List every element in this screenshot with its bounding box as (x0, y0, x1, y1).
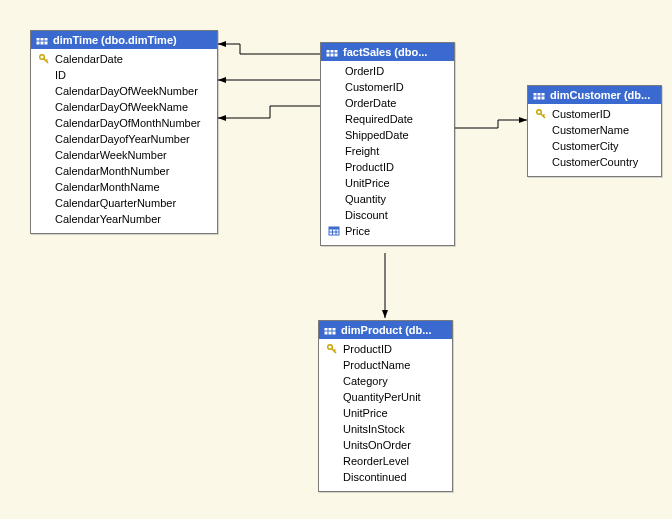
column-name: ID (55, 67, 211, 83)
column-row[interactable]: Price (327, 223, 448, 239)
column-row[interactable]: ReorderLevel (325, 453, 446, 469)
table-body-factsales: OrderIDCustomerIDOrderDateRequiredDateSh… (321, 61, 454, 245)
column-row[interactable]: UnitsInStock (325, 421, 446, 437)
table-body-dimproduct: ProductIDProductNameCategoryQuantityPerU… (319, 339, 452, 491)
blank-icon (325, 406, 339, 420)
column-name: CalendarDayOfWeekNumber (55, 83, 211, 99)
column-row[interactable]: CustomerCountry (534, 154, 655, 170)
column-row[interactable]: ProductID (325, 341, 446, 357)
column-name: CalendarDayOfWeekName (55, 99, 211, 115)
blank-icon (327, 192, 341, 206)
column-row[interactable]: CustomerID (534, 106, 655, 122)
blank-icon (325, 422, 339, 436)
svg-rect-9 (326, 47, 338, 50)
column-name: UnitsOnOrder (343, 437, 446, 453)
blank-icon (327, 160, 341, 174)
table-dimproduct[interactable]: dimProduct (db... ProductIDProductNameCa… (318, 320, 453, 492)
blank-icon (37, 164, 51, 178)
table-header-factsales[interactable]: factSales (dbo... (321, 43, 454, 61)
column-name: CustomerCity (552, 138, 655, 154)
column-name: Freight (345, 143, 448, 159)
blank-icon (325, 438, 339, 452)
svg-line-33 (334, 350, 336, 352)
column-row[interactable]: Category (325, 373, 446, 389)
table-body-dimcustomer: CustomerIDCustomerNameCustomerCityCustom… (528, 104, 661, 176)
table-header-dimproduct[interactable]: dimProduct (db... (319, 321, 452, 339)
svg-rect-19 (533, 90, 545, 93)
table-icon (325, 45, 339, 59)
column-row[interactable]: Discontinued (325, 469, 446, 485)
column-name: CustomerCountry (552, 154, 655, 170)
column-name: CalendarDayOfMonthNumber (55, 115, 211, 131)
blank-icon (327, 96, 341, 110)
column-row[interactable]: CalendarDayOfWeekNumber (37, 83, 211, 99)
key-icon (325, 342, 339, 356)
column-name: Discontinued (343, 469, 446, 485)
blank-icon (327, 128, 341, 142)
column-row[interactable]: Freight (327, 143, 448, 159)
column-row[interactable]: CalendarYearNumber (37, 211, 211, 227)
column-name: CalendarWeekNumber (55, 147, 211, 163)
table-header-dimcustomer[interactable]: dimCustomer (db... (528, 86, 661, 104)
column-row[interactable]: CustomerID (327, 79, 448, 95)
column-row[interactable]: CustomerCity (534, 138, 655, 154)
column-name: OrderID (345, 63, 448, 79)
table-title: dimTime (dbo.dimTime) (53, 34, 177, 46)
column-row[interactable]: UnitsOnOrder (325, 437, 446, 453)
column-row[interactable]: RequiredDate (327, 111, 448, 127)
table-title: dimProduct (db... (341, 324, 431, 336)
column-row[interactable]: CalendarQuarterNumber (37, 195, 211, 211)
blank-icon (37, 68, 51, 82)
table-icon (327, 224, 341, 238)
column-name: OrderDate (345, 95, 448, 111)
table-header-dimtime[interactable]: dimTime (dbo.dimTime) (31, 31, 217, 49)
table-factsales[interactable]: factSales (dbo... OrderIDCustomerIDOrder… (320, 42, 455, 246)
table-dimcustomer[interactable]: dimCustomer (db... CustomerIDCustomerNam… (527, 85, 662, 177)
column-row[interactable]: ShippedDate (327, 127, 448, 143)
column-row[interactable]: CalendarDayOfMonthNumber (37, 115, 211, 131)
column-row[interactable]: UnitPrice (325, 405, 446, 421)
column-row[interactable]: UnitPrice (327, 175, 448, 191)
column-name: ProductName (343, 357, 446, 373)
column-row[interactable]: CalendarMonthName (37, 179, 211, 195)
blank-icon (325, 454, 339, 468)
column-row[interactable]: ProductID (327, 159, 448, 175)
column-row[interactable]: CalendarDayOfWeekName (37, 99, 211, 115)
column-name: ShippedDate (345, 127, 448, 143)
column-row[interactable]: ProductName (325, 357, 446, 373)
table-dimtime[interactable]: dimTime (dbo.dimTime) CalendarDateIDCale… (30, 30, 218, 234)
column-row[interactable]: Discount (327, 207, 448, 223)
blank-icon (534, 139, 548, 153)
column-name: CustomerName (552, 122, 655, 138)
blank-icon (325, 470, 339, 484)
table-icon (532, 88, 546, 102)
column-row[interactable]: CalendarDate (37, 51, 211, 67)
table-icon (35, 33, 49, 47)
column-name: CustomerID (552, 106, 655, 122)
column-row[interactable]: ID (37, 67, 211, 83)
blank-icon (325, 374, 339, 388)
column-name: CalendarDayofYearNumber (55, 131, 211, 147)
column-row[interactable]: CustomerName (534, 122, 655, 138)
column-name: RequiredDate (345, 111, 448, 127)
column-name: Discount (345, 207, 448, 223)
column-row[interactable]: OrderID (327, 63, 448, 79)
column-row[interactable]: QuantityPerUnit (325, 389, 446, 405)
blank-icon (327, 176, 341, 190)
blank-icon (327, 112, 341, 126)
column-row[interactable]: CalendarWeekNumber (37, 147, 211, 163)
column-row[interactable]: CalendarMonthNumber (37, 163, 211, 179)
column-name: UnitsInStock (343, 421, 446, 437)
blank-icon (37, 148, 51, 162)
column-row[interactable]: Quantity (327, 191, 448, 207)
blank-icon (37, 100, 51, 114)
column-name: ProductID (345, 159, 448, 175)
blank-icon (37, 180, 51, 194)
blank-icon (327, 64, 341, 78)
svg-rect-1 (36, 35, 48, 38)
table-body-dimtime: CalendarDateIDCalendarDayOfWeekNumberCal… (31, 49, 217, 233)
key-icon (37, 52, 51, 66)
column-row[interactable]: CalendarDayofYearNumber (37, 131, 211, 147)
column-row[interactable]: OrderDate (327, 95, 448, 111)
column-name: Category (343, 373, 446, 389)
